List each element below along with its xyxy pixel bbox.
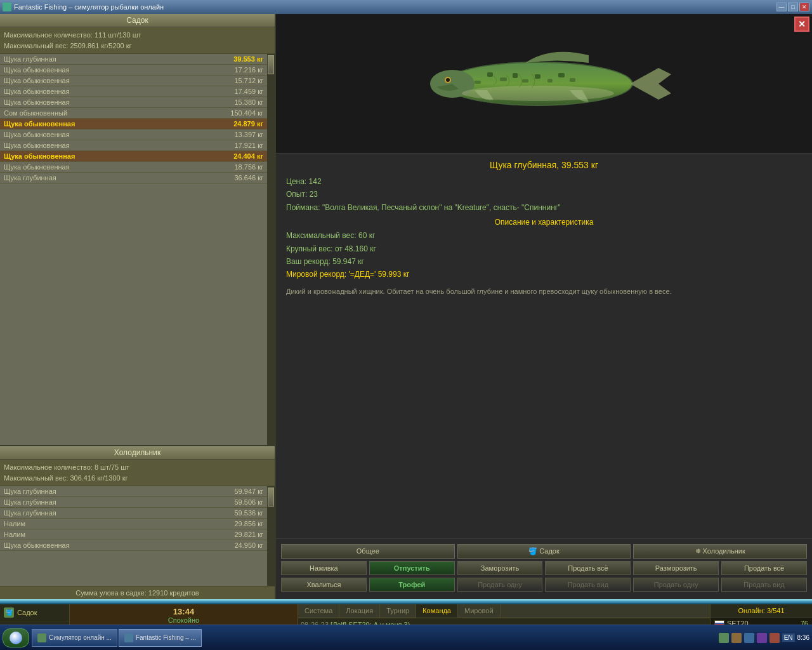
list-item[interactable]: Сом обыкновенный 150.404 кг: [0, 108, 267, 119]
list-item[interactable]: Щука глубинная 39.553 кг: [0, 54, 267, 65]
fish-weight: 29.856 кг: [234, 520, 263, 527]
trophy-button[interactable]: Трофей: [369, 578, 455, 592]
general-tab[interactable]: Общее: [281, 544, 455, 559]
fish-name: Щука обыкновенная: [4, 152, 75, 160]
list-item[interactable]: Щука обыкновенная 13.397 кг: [0, 129, 267, 140]
fish-weight: 59.536 кг: [234, 509, 263, 517]
app-icon: [3, 3, 11, 11]
tray-icon-4[interactable]: [757, 633, 767, 643]
weather-text: Спокойно: [168, 616, 199, 624]
freeze-button[interactable]: Заморозить: [457, 561, 543, 575]
fish-name: Щука обыкновенная: [4, 88, 70, 95]
fish-name: Щука обыкновенная: [4, 541, 70, 549]
holodilnik-section: Холодильник Максимальное количество: 8 ш…: [0, 446, 275, 586]
list-item[interactable]: Щука обыкновенная 24.404 кг: [0, 151, 267, 162]
sadok-tab[interactable]: 🪣 Садок: [457, 544, 631, 559]
taskbar-item-1[interactable]: Симулятор онлайн ...: [32, 629, 117, 647]
bait-button[interactable]: Наживка: [281, 561, 367, 575]
sell-type-sadok-button[interactable]: Продать вид: [545, 578, 631, 592]
tray-icon-5[interactable]: [769, 633, 780, 643]
list-item[interactable]: Щука глубинная 36.646 кг: [0, 173, 267, 183]
right-panel: ✕: [276, 14, 812, 599]
online-header: Онлайн: 3/541: [710, 604, 812, 618]
fish-weight: 17.921 кг: [234, 142, 263, 149]
caught-label: Поймана:: [286, 203, 320, 212]
sell-type-hol-button[interactable]: Продать вид: [721, 578, 807, 592]
list-item[interactable]: Налим 29.856 кг: [0, 519, 267, 529]
maximize-button[interactable]: □: [788, 3, 798, 11]
svg-rect-4: [487, 72, 493, 77]
list-item[interactable]: Щука обыкновенная 17.216 кг: [0, 65, 267, 76]
titlebar: Fantastic Fishing – симулятор рыбалки он…: [0, 0, 812, 14]
your-record-label: Ваш рекорд:: [286, 257, 331, 266]
close-window-button[interactable]: ✕: [799, 3, 809, 11]
sadok-scrollbar-thumb[interactable]: [268, 55, 274, 74]
svg-rect-5: [500, 77, 507, 81]
sadok-scrollbar[interactable]: [267, 54, 275, 445]
fish-name: Налим: [4, 520, 25, 527]
system-clock[interactable]: 8:36: [797, 633, 809, 642]
fish-weight: 36.646 кг: [234, 174, 263, 182]
list-item[interactable]: Щука обыкновенная 15.380 кг: [0, 97, 267, 108]
list-item[interactable]: Щука обыкновенная 24.950 кг: [0, 540, 267, 551]
sell-all-hol-button[interactable]: Продать всё: [721, 561, 807, 575]
defrost-button[interactable]: Разморозить: [633, 561, 719, 575]
chat-tab-komanda[interactable]: Команда: [416, 604, 458, 618]
action-row-1: Наживка Отпустить Заморозить Продать всё…: [281, 561, 807, 575]
list-item[interactable]: Щука глубинная 59.947 кг: [0, 486, 267, 497]
fish-name: Щука обыкновенная: [4, 120, 75, 128]
list-item[interactable]: Щука обыкновенная 15.712 кг: [0, 76, 267, 86]
release-button[interactable]: Отпустить: [369, 561, 455, 575]
close-detail-button[interactable]: ✕: [794, 17, 809, 32]
sadok-max-qty: Максимальное количество: 111 шт/130 шт: [4, 30, 271, 41]
system-tray: EN 8:36: [719, 633, 809, 643]
tray-icon-1[interactable]: [719, 633, 729, 643]
tray-icon-3[interactable]: [744, 633, 754, 643]
chat-tab-turnir[interactable]: Турнир: [380, 604, 416, 618]
fish-name: Щука глубинная: [4, 55, 56, 63]
tray-icon-2[interactable]: [731, 633, 742, 643]
fish-name: Сом обыкновенный: [4, 109, 67, 117]
taskbar-item-2[interactable]: Fantastic Fishing – ...: [119, 629, 202, 647]
taskbar-label-2: Fantastic Fishing – ...: [136, 634, 196, 641]
language-button[interactable]: EN: [782, 633, 795, 642]
fish-xp-line: Опыт: 23: [286, 188, 802, 201]
sadok-scroll-area[interactable]: Щука глубинная 39.553 кг Щука обыкновенн…: [0, 54, 267, 445]
svg-point-15: [462, 86, 614, 101]
list-item[interactable]: Щука обыкновенная 18.756 кг: [0, 162, 267, 173]
holodilnik-scroll-area[interactable]: Щука глубинная 59.947 кг Щука глубинная …: [0, 486, 267, 586]
holodilnik-tab-icon: ❄: [695, 547, 703, 555]
taskbar-label-1: Симулятор онлайн ...: [49, 634, 112, 641]
list-item[interactable]: Налим 29.821 кг: [0, 529, 267, 540]
sadok-sum: Сумма улова в садке: 12910 кредитов: [0, 586, 275, 599]
minimize-button[interactable]: —: [776, 3, 787, 11]
fish-name: Щука глубинная: [4, 488, 56, 495]
holodilnik-info: Максимальное количество: 8 шт/75 шт Макс…: [0, 460, 275, 486]
holodilnik-tab[interactable]: ❄ Холодильник: [633, 544, 807, 559]
caught-value: "Волга Великая, Песчаный склон" на "Krea…: [322, 203, 561, 212]
sidebar-item-sadok[interactable]: 🪣 Садок: [0, 604, 69, 621]
sell-all-sadok-button[interactable]: Продать всё: [545, 561, 631, 575]
sell-one-sadok-button[interactable]: Продать одну: [457, 578, 543, 592]
chat-tab-mirovoy[interactable]: Мировой: [458, 604, 501, 618]
window-controls[interactable]: — □ ✕: [776, 3, 809, 11]
holodilnik-scrollbar[interactable]: [267, 486, 275, 586]
list-item[interactable]: Щука обыкновенная 24.879 кг: [0, 119, 267, 129]
start-button[interactable]: [3, 628, 29, 647]
list-item[interactable]: Щука глубинная 59.506 кг: [0, 497, 267, 508]
price-label: Цена:: [286, 177, 306, 186]
fish-name: Щука обыкновенная: [4, 66, 70, 74]
list-item[interactable]: Щука обыкновенная 17.921 кг: [0, 140, 267, 151]
holodilnik-fish-list: Щука глубинная 59.947 кг Щука глубинная …: [0, 486, 275, 586]
holodilnik-scrollbar-thumb[interactable]: [268, 488, 274, 507]
taskbar-icon-1: [37, 633, 46, 642]
fish-name: Щука обыкновенная: [4, 98, 70, 106]
max-weight-value: 60 кг: [358, 231, 375, 240]
left-panel: Садок Максимальное количество: 111 шт/13…: [0, 14, 276, 599]
list-item[interactable]: Щука глубинная 59.536 кг: [0, 508, 267, 519]
chat-tab-sistema[interactable]: Система: [298, 604, 339, 618]
chat-tab-lokaciya[interactable]: Локация: [339, 604, 380, 618]
sell-one-hol-button[interactable]: Продать одну: [633, 578, 719, 592]
boast-button[interactable]: Хвалиться: [281, 578, 367, 592]
list-item[interactable]: Щука обыкновенная 17.459 кг: [0, 86, 267, 97]
